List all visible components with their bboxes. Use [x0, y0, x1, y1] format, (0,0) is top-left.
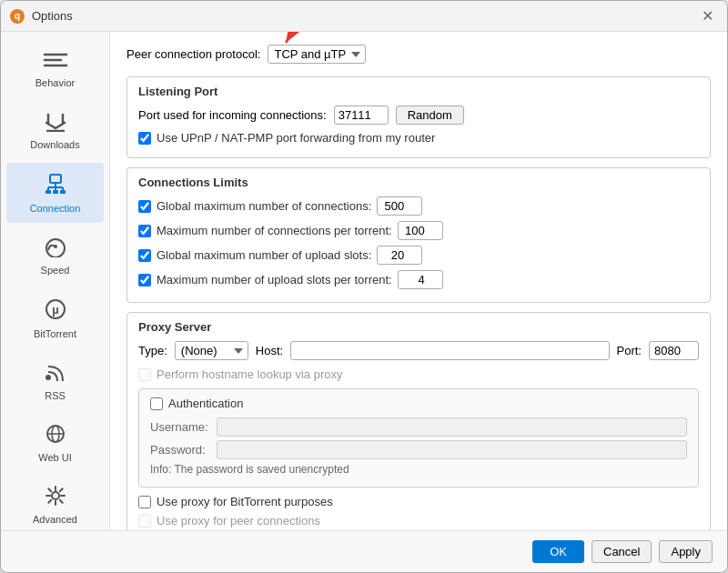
- behavior-label: Behavior: [35, 77, 75, 88]
- title-bar: q Options ✕: [1, 1, 727, 32]
- svg-rect-12: [60, 190, 66, 194]
- svg-point-21: [52, 492, 59, 499]
- sidebar-item-bittorrent[interactable]: µ BitTorrent: [6, 288, 104, 348]
- listening-port-group: Listening Port Port used for incoming co…: [126, 76, 711, 158]
- peer-proxy-label[interactable]: Use proxy for peer connections: [157, 514, 320, 528]
- username-label: Username:: [150, 420, 209, 434]
- password-info-text: Info: The password is saved unencrypted: [150, 463, 687, 476]
- speed-icon: [43, 236, 68, 261]
- listening-port-title: Listening Port: [138, 85, 699, 98]
- connection-label: Connection: [30, 203, 81, 214]
- hostname-lookup-checkbox[interactable]: [138, 368, 151, 381]
- connection-icon: [42, 172, 69, 199]
- sidebar-item-webui[interactable]: Web UI: [6, 414, 104, 472]
- peer-proxy-checkbox[interactable]: [138, 515, 151, 528]
- sidebar: Behavior Downloads Connection: [1, 32, 110, 530]
- proxy-host-label: Host:: [256, 344, 283, 357]
- main-panel: Peer connection protocol: TCP and µTP TC…: [110, 32, 727, 530]
- svg-text:µ: µ: [52, 303, 59, 317]
- password-row: Password:: [150, 440, 687, 459]
- rss-icon: [43, 361, 68, 387]
- conn-per-torrent-checkbox[interactable]: [138, 225, 151, 237]
- auth-checkbox[interactable]: [150, 397, 163, 410]
- conn-global-max-checkbox[interactable]: [138, 200, 151, 213]
- proxy-server-group: Proxy Server Type: (None) HTTP SOCKS4 SO…: [126, 312, 711, 530]
- upload-slots-global-input[interactable]: [377, 246, 422, 265]
- app-icon: q: [10, 9, 25, 24]
- bittorrent-proxy-row: Use proxy for BitTorrent purposes: [138, 495, 699, 508]
- upnp-label[interactable]: Use UPnP / NAT-PMP port forwarding from …: [157, 131, 435, 145]
- upload-slots-torrent-checkbox[interactable]: [138, 274, 151, 286]
- close-button[interactable]: ✕: [696, 5, 718, 27]
- proxy-host-input[interactable]: [290, 341, 609, 360]
- bittorrent-proxy-label[interactable]: Use proxy for BitTorrent purposes: [157, 495, 333, 508]
- footer: OK Cancel Apply: [1, 530, 727, 572]
- advanced-label: Advanced: [33, 514, 77, 525]
- conn-per-torrent-input[interactable]: [398, 221, 443, 240]
- proxy-server-title: Proxy Server: [138, 320, 699, 334]
- rss-label: RSS: [45, 390, 66, 401]
- conn-per-torrent-label[interactable]: Maximum number of connections per torren…: [157, 224, 392, 237]
- peer-proxy-row: Use proxy for peer connections: [138, 514, 699, 528]
- peer-protocol-label: Peer connection protocol:: [126, 47, 260, 61]
- connection-limits-title: Connections Limits: [138, 176, 699, 189]
- username-row: Username:: [150, 417, 687, 437]
- upload-slots-global-row: Global maximum number of upload slots:: [138, 246, 699, 265]
- svg-rect-11: [53, 190, 58, 194]
- port-row: Port used for incoming connections: Rand…: [138, 106, 699, 125]
- upnp-row: Use UPnP / NAT-PMP port forwarding from …: [138, 131, 699, 145]
- behavior-icon: [43, 50, 68, 74]
- auth-row: Authentication: [150, 397, 687, 410]
- svg-point-14: [54, 245, 57, 248]
- proxy-type-select[interactable]: (None) HTTP SOCKS4 SOCKS5: [175, 341, 248, 360]
- cancel-button[interactable]: Cancel: [592, 540, 652, 563]
- window-title: Options: [32, 9, 73, 23]
- conn-global-max-input[interactable]: [377, 196, 422, 216]
- conn-global-max-row: Global maximum number of connections:: [138, 196, 699, 216]
- sidebar-item-rss[interactable]: RSS: [6, 352, 104, 410]
- sidebar-item-speed[interactable]: Speed: [6, 226, 104, 285]
- bittorrent-proxy-checkbox[interactable]: [138, 496, 151, 508]
- proxy-port-label: Port:: [617, 344, 642, 357]
- conn-global-max-label[interactable]: Global maximum number of connections:: [157, 199, 371, 213]
- sidebar-item-downloads[interactable]: Downloads: [6, 101, 104, 159]
- random-button[interactable]: Random: [396, 106, 464, 125]
- upload-slots-torrent-input[interactable]: [398, 270, 443, 289]
- advanced-icon: [43, 485, 68, 510]
- webui-icon: [43, 423, 68, 448]
- connection-limits-group: Connections Limits Global maximum number…: [126, 167, 711, 303]
- options-window: q Options ✕ Behavior Downloads: [0, 0, 728, 573]
- upload-slots-global-checkbox[interactable]: [138, 249, 151, 262]
- webui-label: Web UI: [38, 452, 71, 463]
- bittorrent-label: BitTorrent: [34, 328, 76, 339]
- upload-slots-torrent-label[interactable]: Maximum number of upload slots per torre…: [157, 273, 392, 286]
- proxy-type-label: Type:: [138, 344, 167, 357]
- speed-label: Speed: [41, 265, 70, 276]
- sidebar-item-behavior[interactable]: Behavior: [6, 41, 104, 97]
- proxy-port-input[interactable]: [649, 341, 699, 360]
- svg-rect-4: [50, 175, 61, 183]
- conn-per-torrent-row: Maximum number of connections per torren…: [138, 221, 699, 240]
- hostname-lookup-label[interactable]: Perform hostname lookup via proxy: [157, 367, 342, 381]
- username-input[interactable]: [217, 417, 687, 437]
- sidebar-item-advanced[interactable]: Advanced: [6, 476, 104, 530]
- downloads-icon: [43, 110, 68, 136]
- proxy-type-row: Type: (None) HTTP SOCKS4 SOCKS5 Host: Po…: [138, 341, 699, 360]
- svg-point-17: [46, 375, 51, 380]
- bittorrent-icon: µ: [43, 297, 68, 325]
- sidebar-item-connection[interactable]: Connection: [6, 163, 104, 223]
- apply-button[interactable]: Apply: [659, 540, 713, 563]
- password-label: Password:: [150, 443, 209, 457]
- proxy-auth-group: Authentication Username: Password: Info:…: [138, 388, 699, 488]
- auth-label[interactable]: Authentication: [168, 397, 243, 410]
- upload-slots-global-label[interactable]: Global maximum number of upload slots:: [157, 248, 371, 262]
- downloads-label: Downloads: [30, 139, 79, 150]
- content-area: Behavior Downloads Connection: [1, 32, 727, 530]
- svg-rect-10: [46, 190, 51, 194]
- ok-button[interactable]: OK: [532, 540, 584, 563]
- peer-protocol-select[interactable]: TCP and µTP TCP µTP: [268, 45, 366, 64]
- upnp-checkbox[interactable]: [138, 132, 151, 145]
- port-input[interactable]: [334, 106, 389, 125]
- password-input[interactable]: [217, 440, 687, 459]
- peer-protocol-row: Peer connection protocol: TCP and µTP TC…: [126, 45, 711, 64]
